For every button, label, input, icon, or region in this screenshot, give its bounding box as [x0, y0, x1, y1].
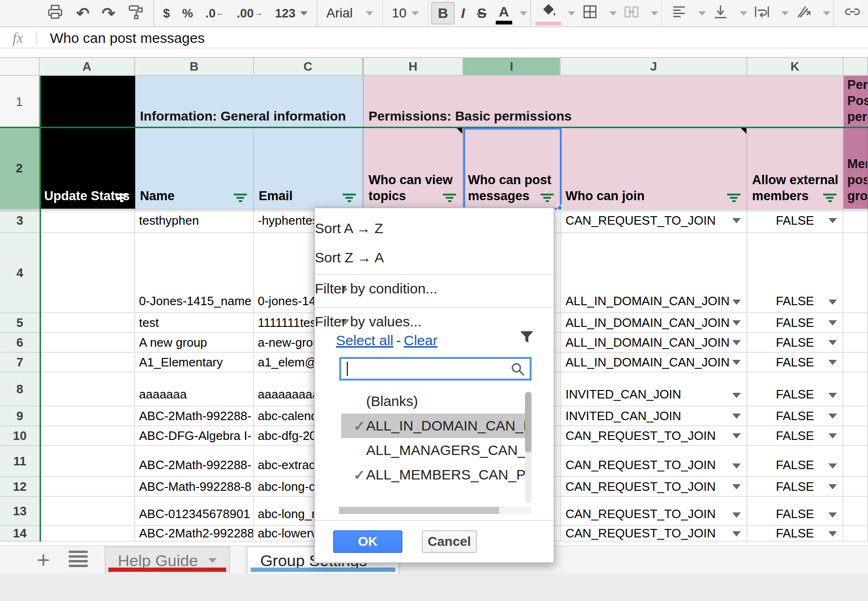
- cell-who-can-join[interactable]: CAN_REQUEST_TO_JOIN: [561, 526, 747, 542]
- print-button[interactable]: [41, 1, 70, 25]
- cell-dropdown-icon[interactable]: [732, 484, 741, 489]
- all-sheets-button[interactable]: [69, 551, 88, 569]
- cell-who-can-join[interactable]: INVITED_CAN_JOIN: [561, 406, 747, 426]
- cell-update-status[interactable]: [40, 333, 135, 353]
- cell-name[interactable]: test: [135, 313, 254, 333]
- header-update-status[interactable]: Update Status: [40, 128, 135, 209]
- cell-who-can-join[interactable]: CAN_REQUEST_TO_JOIN: [561, 477, 747, 497]
- filter-icon[interactable]: [233, 194, 247, 202]
- cell-who-can-join[interactable]: CAN_REQUEST_TO_JOIN: [561, 446, 747, 477]
- cell-members-post[interactable]: [843, 477, 868, 497]
- cell-update-status[interactable]: [40, 233, 135, 313]
- cell-posting-group[interactable]: Permissions: Posting permissions: [843, 76, 868, 128]
- sheet-tab[interactable]: Help Guide: [105, 546, 230, 574]
- cell-allow-external[interactable]: FALSE: [747, 353, 843, 373]
- popup-vertical-scrollbar[interactable]: [525, 392, 532, 503]
- cell-dropdown-icon[interactable]: [828, 463, 837, 469]
- cell-update-status[interactable]: [40, 406, 135, 426]
- cell-members-post[interactable]: [843, 497, 868, 526]
- add-sheet-button[interactable]: +: [37, 551, 50, 569]
- cell-name[interactable]: ABC-2Math-992288-: [135, 406, 254, 426]
- cell-a1[interactable]: [40, 76, 135, 128]
- sort-a-z-menu-item[interactable]: Sort A → Z: [315, 220, 554, 236]
- filter-by-values-menu-item[interactable]: Filter by values...: [315, 314, 554, 330]
- cell-allow-external[interactable]: FALSE: [747, 446, 843, 477]
- horizontal-align-button[interactable]: [664, 1, 694, 25]
- cell-allow-external[interactable]: FALSE: [747, 233, 843, 313]
- cell-who-can-join[interactable]: CAN_REQUEST_TO_JOIN: [561, 426, 747, 446]
- cell-allow-external[interactable]: FALSE: [747, 373, 843, 406]
- row-header[interactable]: 14: [0, 526, 40, 542]
- text-color-button[interactable]: A: [493, 1, 516, 25]
- cell-dropdown-icon[interactable]: [828, 300, 837, 305]
- row-header[interactable]: 11: [0, 446, 40, 477]
- cell-members-post[interactable]: [843, 526, 868, 542]
- fill-color-button[interactable]: [534, 1, 563, 25]
- cell-name[interactable]: ABC-Math-992288-8: [135, 477, 254, 497]
- cell-update-status[interactable]: [40, 426, 135, 446]
- cell-name[interactable]: ABC-2Math-992288-: [135, 446, 254, 477]
- select-all-link[interactable]: Select all: [336, 333, 393, 348]
- undo-button[interactable]: ↶: [70, 1, 96, 25]
- cell-allow-external[interactable]: FALSE: [747, 426, 843, 446]
- cancel-button[interactable]: Cancel: [422, 530, 477, 553]
- chevron-down-icon[interactable]: [568, 11, 575, 16]
- cell-dropdown-icon[interactable]: [828, 320, 837, 325]
- filter-icon[interactable]: [540, 194, 554, 202]
- filter-icon[interactable]: [727, 194, 741, 202]
- cell-who-can-join[interactable]: ALL_IN_DOMAIN_CAN_JOIN: [561, 353, 747, 373]
- cell-dropdown-icon[interactable]: [732, 433, 741, 439]
- percent-format-button[interactable]: %: [176, 1, 199, 25]
- filter-value-item[interactable]: ALL_MANAGERS_CAN_POST: [341, 438, 529, 463]
- cell-dropdown-icon[interactable]: [732, 531, 741, 536]
- cell-dropdown-icon[interactable]: [732, 463, 741, 469]
- cell-dropdown-icon[interactable]: [732, 320, 741, 325]
- header-who-can-view-topics[interactable]: Who can view topics: [364, 128, 463, 209]
- cell-members-post[interactable]: [843, 333, 868, 353]
- cell-dropdown-icon[interactable]: [732, 360, 741, 365]
- cell-name[interactable]: aaaaaaa: [135, 373, 254, 406]
- header-allow-external-members[interactable]: Allow external members: [747, 128, 843, 209]
- row-header[interactable]: 5: [0, 313, 40, 333]
- popup-horizontal-scrollbar[interactable]: [339, 507, 532, 514]
- filter-icon[interactable]: [115, 194, 129, 202]
- sort-z-a-menu-item[interactable]: Sort Z → A: [315, 250, 554, 266]
- row-header[interactable]: 9: [0, 406, 40, 426]
- row-header[interactable]: 6: [0, 333, 40, 353]
- cell-allow-external[interactable]: FALSE: [747, 526, 843, 542]
- cell-name[interactable]: ABC-2Math2-992288: [135, 526, 254, 542]
- cell-dropdown-icon[interactable]: [732, 512, 741, 518]
- font-size-select[interactable]: 10: [385, 1, 425, 25]
- column-header-b[interactable]: B: [135, 58, 254, 76]
- cell-members-post[interactable]: [843, 353, 868, 373]
- ok-button[interactable]: OK: [333, 530, 402, 553]
- cell-dropdown-icon[interactable]: [828, 512, 837, 518]
- cell-who-can-join[interactable]: ALL_IN_DOMAIN_CAN_JOIN: [561, 333, 747, 353]
- paint-format-button[interactable]: [121, 1, 150, 25]
- insert-link-button[interactable]: [837, 1, 868, 25]
- cell-name[interactable]: A1_Elementary: [135, 353, 254, 373]
- text-wrap-button[interactable]: [747, 1, 777, 25]
- chevron-down-icon[interactable]: [609, 11, 617, 16]
- increase-decimal-button[interactable]: .00→: [230, 1, 269, 25]
- cell-who-can-join[interactable]: ALL_IN_DOMAIN_CAN_JOIN: [561, 233, 747, 313]
- cell-allow-external[interactable]: FALSE: [747, 333, 843, 353]
- text-rotation-button[interactable]: [789, 1, 818, 25]
- cell-information-group[interactable]: Information: General information: [135, 76, 363, 128]
- number-format-button[interactable]: 123: [269, 1, 314, 25]
- cell-name[interactable]: ABC-012345678901: [135, 497, 254, 526]
- cell-who-can-join[interactable]: CAN_REQUEST_TO_JOIN: [561, 497, 747, 526]
- decrease-decimal-button[interactable]: .0←: [199, 1, 231, 25]
- cell-members-post[interactable]: [843, 426, 868, 446]
- cell-who-can-join[interactable]: INVITED_CAN_JOIN: [561, 373, 747, 406]
- cell-update-status[interactable]: [40, 373, 135, 406]
- cell-update-status[interactable]: [40, 497, 135, 526]
- filter-icon[interactable]: [442, 194, 457, 202]
- redo-button[interactable]: ↷: [96, 1, 122, 25]
- cell-dropdown-icon[interactable]: [828, 360, 837, 365]
- cell-members-post[interactable]: [843, 233, 868, 313]
- cell-dropdown-icon[interactable]: [732, 340, 741, 345]
- chevron-down-icon[interactable]: [698, 11, 706, 16]
- header-members-can-post[interactable]: Members can post as the group: [843, 128, 868, 209]
- filter-value-item[interactable]: ALL_MEMBERS_CAN_POST: [341, 463, 529, 487]
